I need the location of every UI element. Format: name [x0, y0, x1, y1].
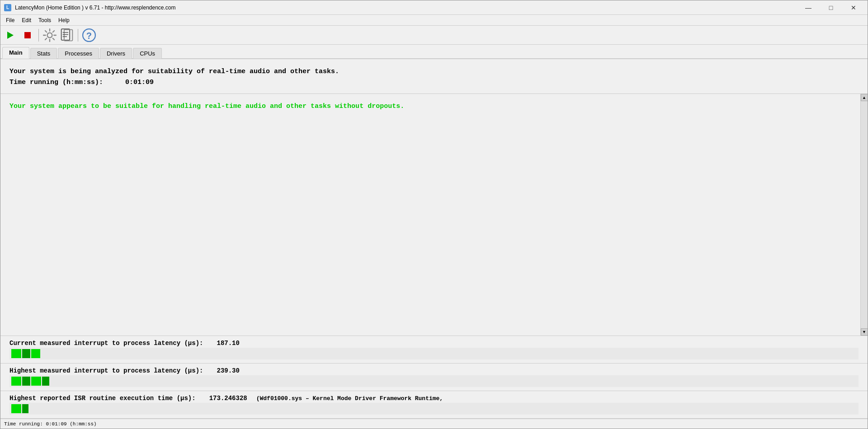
- metric-isr-bar: [9, 403, 859, 415]
- bar-seg-1: [11, 349, 21, 358]
- time-running-value: 0:01:09: [125, 79, 154, 86]
- metric-isr-label-text: Highest reported ISR routine execution t…: [9, 395, 196, 402]
- bar-h-seg-1: [11, 377, 21, 386]
- svg-rect-2: [64, 29, 73, 41]
- metric-highest-bar: [9, 375, 859, 387]
- metric-current-label: Current measured interrupt to process la…: [9, 340, 859, 347]
- bar-h-seg-3: [31, 377, 41, 386]
- metric-current-bar: [9, 348, 859, 359]
- menu-bar: File Edit Tools Help: [0, 15, 868, 26]
- metric-isr-value: 173.246328: [209, 395, 247, 402]
- metric-current-latency: Current measured interrupt to process la…: [0, 336, 868, 364]
- bar-i-seg-1: [11, 404, 21, 413]
- toolbar-separator-2: [78, 29, 78, 42]
- play-button[interactable]: [2, 28, 19, 43]
- tab-main[interactable]: Main: [2, 47, 29, 59]
- scroll-up-arrow[interactable]: ▲: [861, 94, 868, 101]
- help-button[interactable]: ?: [81, 28, 97, 43]
- analysis-status-text: Your system is being analyzed for suitab…: [9, 68, 339, 75]
- main-content: Your system is being analyzed for suitab…: [0, 59, 868, 419]
- metric-highest-label: Highest measured interrupt to process la…: [9, 367, 859, 374]
- tabs: Main Stats Processes Drivers CPUs: [0, 45, 868, 59]
- metric-highest-label-text: Highest measured interrupt to process la…: [9, 367, 203, 374]
- bar-h-seg-4: [42, 377, 49, 386]
- analysis-status-line: Your system is being analyzed for suitab…: [9, 66, 859, 77]
- tab-processes[interactable]: Processes: [58, 48, 99, 59]
- result-panel: Your system appears to be suitable for h…: [0, 94, 868, 336]
- toolbar-separator-1: [38, 29, 39, 42]
- stop-icon: [24, 32, 31, 38]
- report-icon: [59, 28, 75, 43]
- metric-isr-label: Highest reported ISR routine execution t…: [9, 395, 859, 402]
- menu-tools[interactable]: Tools: [35, 15, 55, 25]
- toolbar: ?: [0, 26, 868, 45]
- play-icon: [7, 32, 14, 39]
- status-bar: Time running: 0:01:09 (h:mm:ss): [0, 419, 868, 429]
- metric-isr-detail: (Wdf01000.sys – Kernel Mode Driver Frame…: [256, 395, 443, 402]
- time-running-line: Time running (h:mm:ss): 0:01:09: [9, 77, 859, 88]
- svg-text:?: ?: [86, 30, 92, 40]
- maximize-button[interactable]: □: [821, 1, 841, 14]
- help-icon: ?: [81, 28, 97, 43]
- tab-stats[interactable]: Stats: [30, 48, 57, 59]
- metric-highest-latency: Highest measured interrupt to process la…: [0, 364, 868, 391]
- close-button[interactable]: ✕: [843, 1, 864, 14]
- app-icon: L: [4, 4, 11, 11]
- menu-file[interactable]: File: [2, 15, 18, 25]
- metric-current-value: 187.10: [217, 340, 239, 347]
- metric-current-label-text: Current measured interrupt to process la…: [9, 340, 203, 347]
- window-title: LatencyMon (Home Edition ) v 6.71 - http…: [15, 5, 176, 11]
- window-controls: — □ ✕: [798, 1, 864, 14]
- bar-i-seg-2: [22, 404, 28, 413]
- scroll-down-arrow[interactable]: ▼: [861, 328, 868, 336]
- bar-h-seg-2: [22, 377, 30, 386]
- settings-button[interactable]: [42, 28, 58, 43]
- status-bar-text: Time running: 0:01:09 (h:mm:ss): [4, 421, 97, 427]
- bar-seg-2: [22, 349, 30, 358]
- result-scrollbar[interactable]: ▲ ▼: [860, 94, 868, 336]
- metric-isr-time: Highest reported ISR routine execution t…: [0, 391, 868, 419]
- stop-button[interactable]: [19, 28, 36, 43]
- title-bar-left: L LatencyMon (Home Edition ) v 6.71 - ht…: [4, 4, 176, 11]
- menu-help[interactable]: Help: [55, 15, 73, 25]
- bar-seg-3: [31, 349, 40, 358]
- result-text: Your system appears to be suitable for h…: [0, 94, 868, 119]
- title-bar: L LatencyMon (Home Edition ) v 6.71 - ht…: [0, 0, 868, 15]
- menu-edit[interactable]: Edit: [18, 15, 35, 25]
- tab-cpus[interactable]: CPUs: [133, 48, 162, 59]
- metric-highest-value: 239.30: [217, 367, 239, 374]
- minimize-button[interactable]: —: [798, 1, 819, 14]
- metrics-area: Current measured interrupt to process la…: [0, 336, 868, 419]
- gear-icon: [42, 28, 57, 43]
- report-button[interactable]: [59, 28, 75, 43]
- svg-point-0: [47, 33, 52, 37]
- tab-drivers[interactable]: Drivers: [100, 48, 132, 59]
- status-panel: Your system is being analyzed for suitab…: [0, 59, 868, 94]
- time-running-label: Time running (h:mm:ss):: [9, 77, 103, 88]
